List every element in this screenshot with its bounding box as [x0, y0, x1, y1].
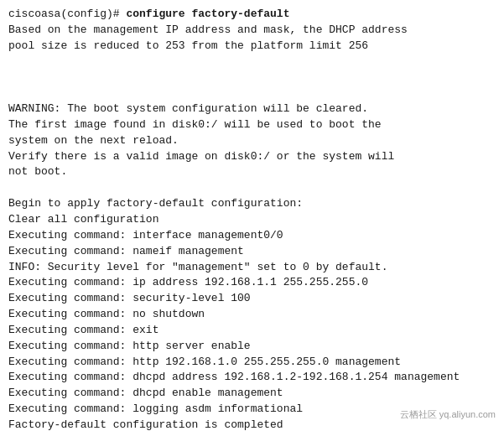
terminal-window: ciscoasa(config)# configure factory-defa…: [0, 0, 504, 431]
terminal-line-20: Executing command: dhcpd address 192.168…: [8, 370, 496, 386]
terminal-line-blank-3: [8, 86, 496, 101]
terminal-line-9: Begin to apply factory-default configura…: [8, 196, 496, 212]
terminal-line-10: Clear all configuration: [8, 212, 496, 228]
watermark: 云栖社区 yq.aliyun.com: [400, 408, 496, 421]
terminal-line-6: system on the next reload.: [8, 133, 496, 149]
prompt-1: ciscoasa(config)#: [8, 8, 126, 20]
terminal-line-8: not boot.: [8, 164, 496, 180]
terminal-line-14: Executing command: ip address 192.168.1.…: [8, 275, 496, 291]
command-text: configure factory-default: [126, 8, 289, 20]
terminal-line-2: Based on the management IP address and m…: [8, 23, 496, 39]
terminal-line-11: Executing command: interface management0…: [8, 228, 496, 244]
terminal-line-17: Executing command: exit: [8, 323, 496, 339]
terminal-line-3: pool size is reduced to 253 from the pla…: [8, 39, 496, 55]
terminal-line-18: Executing command: http server enable: [8, 339, 496, 355]
terminal-line-7: Verify there is a valid image on disk0:/…: [8, 149, 496, 165]
terminal-line-5: The first image found in disk0:/ will be…: [8, 117, 496, 133]
terminal-line-blank-4: [8, 180, 496, 196]
terminal-line-15: Executing command: security-level 100: [8, 291, 496, 307]
terminal-line-blank-1: [8, 55, 496, 70]
terminal-line-1: ciscoasa(config)# configure factory-defa…: [8, 7, 496, 23]
terminal-line-12: Executing command: nameif management: [8, 244, 496, 260]
terminal-line-19: Executing command: http 192.168.1.0 255.…: [8, 355, 496, 371]
terminal-line-16: Executing command: no shutdown: [8, 307, 496, 323]
terminal-line-13: INFO: Security level for "management" se…: [8, 260, 496, 276]
terminal-line-21: Executing command: dhcpd enable manageme…: [8, 386, 496, 402]
terminal-line-4: WARNING: The boot system configuration w…: [8, 101, 496, 117]
terminal-line-blank-2: [8, 70, 496, 86]
